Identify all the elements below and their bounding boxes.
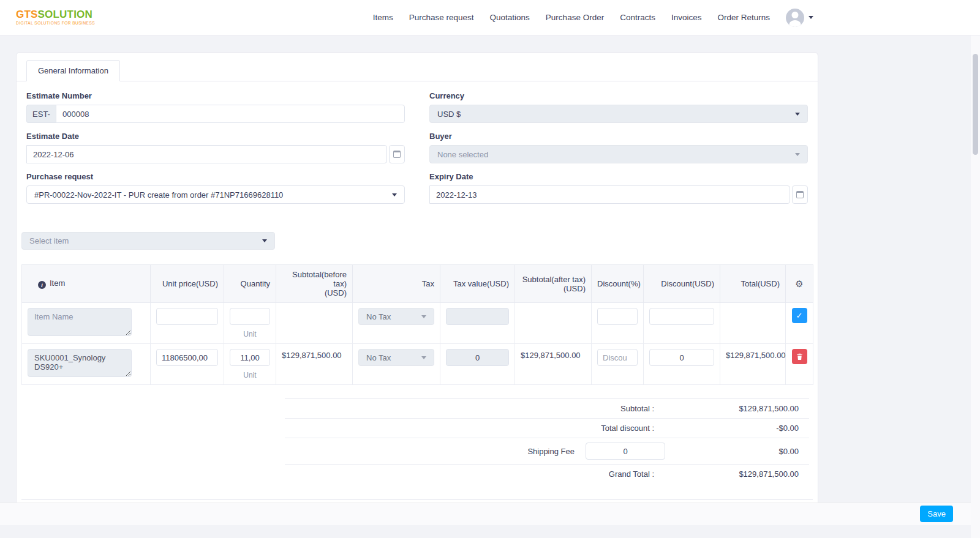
chevron-down-icon bbox=[421, 356, 426, 359]
col-settings: ⚙ bbox=[786, 265, 813, 303]
estimate-form-card: General Information Estimate Number EST-… bbox=[16, 52, 818, 508]
select-item-section: Select item bbox=[17, 215, 818, 250]
chevron-down-icon bbox=[795, 153, 800, 156]
items-table: iItem Unit price(USD) Quantity Subtotal(… bbox=[21, 264, 813, 385]
top-navbar: GTSSOLUTION DIGITAL SOLUTIONS FOR BUSINE… bbox=[0, 0, 980, 35]
logo-text-solution: SOLUTION bbox=[38, 9, 92, 20]
grand-total-row: Grand Total : $129,871,500.00 bbox=[285, 464, 809, 484]
shipping-fee-value: $0.00 bbox=[665, 447, 809, 456]
total-discount-row: Total discount : -$0.00 bbox=[285, 418, 809, 438]
estimate-date-input[interactable] bbox=[26, 145, 387, 163]
check-icon: ✓ bbox=[796, 311, 803, 320]
new-item-name-textarea[interactable] bbox=[28, 308, 132, 336]
items-table-section: iItem Unit price(USD) Quantity Subtotal(… bbox=[17, 250, 818, 525]
subtotal-row: Subtotal : $129,871,500.00 bbox=[285, 398, 809, 418]
scrollbar-thumb[interactable] bbox=[973, 54, 978, 155]
chevron-down-icon bbox=[392, 193, 397, 196]
nav-item-quotations[interactable]: Quotations bbox=[490, 13, 530, 22]
item-name-textarea[interactable] bbox=[28, 349, 132, 377]
form-column-left: Estimate Number EST- Estimate Date bbox=[26, 91, 405, 212]
select-item-dropdown[interactable]: Select item bbox=[21, 232, 275, 250]
user-menu[interactable] bbox=[786, 9, 813, 27]
tab-bar: General Information bbox=[17, 53, 818, 81]
unit-label: Unit bbox=[230, 371, 270, 379]
purchase-request-select[interactable]: #PR-00022-Nov-2022-IT - PUR create from … bbox=[26, 185, 405, 204]
col-subtotal-before-tax: Subtotal(before tax)(USD) bbox=[276, 265, 353, 303]
trash-icon bbox=[796, 353, 804, 361]
grand-total-label: Grand Total : bbox=[285, 469, 665, 479]
item-discount-usd-input[interactable] bbox=[649, 349, 714, 366]
new-item-row: Unit No Tax bbox=[22, 303, 813, 344]
user-avatar-icon bbox=[786, 9, 804, 27]
new-item-tax-value-input bbox=[446, 308, 509, 325]
col-discount-pct: Discount(%) bbox=[592, 265, 644, 303]
select-item-placeholder: Select item bbox=[29, 236, 262, 245]
subtotal-label: Subtotal : bbox=[285, 404, 665, 413]
chevron-down-icon bbox=[262, 239, 267, 242]
estimate-date-calendar-button[interactable] bbox=[389, 145, 405, 163]
col-unit-price: Unit price(USD) bbox=[151, 265, 224, 303]
buyer-label: Buyer bbox=[429, 132, 808, 141]
item-unit-price-input[interactable] bbox=[156, 349, 218, 366]
col-tax: Tax bbox=[353, 265, 440, 303]
new-item-quantity-input[interactable] bbox=[230, 308, 270, 325]
purchase-request-field: Purchase request #PR-00022-Nov-2022-IT -… bbox=[26, 172, 405, 204]
tab-general-information[interactable]: General Information bbox=[26, 60, 120, 81]
col-total: Total(USD) bbox=[720, 265, 786, 303]
item-quantity-input[interactable] bbox=[230, 349, 270, 366]
info-icon[interactable]: i bbox=[38, 281, 46, 289]
buyer-value: None selected bbox=[437, 150, 795, 159]
nav-item-order-returns[interactable]: Order Returns bbox=[717, 13, 770, 22]
chevron-down-icon bbox=[421, 315, 426, 318]
footer-bar: Save bbox=[0, 503, 980, 525]
nav-item-items[interactable]: Items bbox=[373, 13, 393, 22]
totals-summary: Subtotal : $129,871,500.00 Total discoun… bbox=[285, 398, 809, 484]
estimate-number-label: Estimate Number bbox=[26, 91, 405, 100]
logo-tagline: DIGITAL SOLUTIONS FOR BUSINESS bbox=[16, 21, 95, 26]
expiry-date-input[interactable] bbox=[429, 185, 790, 204]
expiry-date-field: Expiry Date bbox=[429, 172, 808, 204]
estimate-number-field: Estimate Number EST- bbox=[26, 91, 405, 123]
col-tax-value: Tax value(USD) bbox=[440, 265, 515, 303]
buyer-select[interactable]: None selected bbox=[429, 145, 808, 163]
col-quantity: Quantity bbox=[224, 265, 276, 303]
shipping-fee-input[interactable] bbox=[586, 443, 665, 460]
main-nav: Items Purchase request Quotations Purcha… bbox=[373, 9, 813, 27]
new-item-tax-select[interactable]: No Tax bbox=[358, 308, 434, 325]
new-item-discount-usd-input[interactable] bbox=[649, 308, 714, 325]
scrollbar-track[interactable] bbox=[971, 35, 980, 538]
item-tax-select[interactable]: No Tax bbox=[358, 349, 434, 366]
expiry-date-label: Expiry Date bbox=[429, 172, 808, 181]
page: GTSSOLUTION DIGITAL SOLUTIONS FOR BUSINE… bbox=[0, 0, 980, 538]
col-item: iItem bbox=[22, 265, 151, 303]
nav-item-invoices[interactable]: Invoices bbox=[671, 13, 702, 22]
nav-item-purchase-order[interactable]: Purchase Order bbox=[546, 13, 604, 22]
app-logo[interactable]: GTSSOLUTION DIGITAL SOLUTIONS FOR BUSINE… bbox=[16, 9, 95, 26]
gear-icon[interactable]: ⚙ bbox=[795, 278, 803, 289]
calendar-icon bbox=[393, 151, 401, 158]
save-button[interactable]: Save bbox=[920, 506, 953, 522]
expiry-date-calendar-button[interactable] bbox=[792, 185, 808, 204]
table-header-row: iItem Unit price(USD) Quantity Subtotal(… bbox=[22, 265, 813, 303]
new-item-discount-pct-input[interactable] bbox=[597, 308, 638, 325]
item-tax-value-input bbox=[446, 349, 509, 366]
subtotal-value: $129,871,500.00 bbox=[665, 404, 809, 413]
nav-item-purchase-request[interactable]: Purchase request bbox=[409, 13, 474, 22]
currency-select[interactable]: USD $ bbox=[429, 105, 808, 123]
item-discount-pct-input[interactable] bbox=[597, 349, 638, 366]
nav-item-contracts[interactable]: Contracts bbox=[620, 13, 655, 22]
form-column-right: Currency USD $ Buyer None selected Expir… bbox=[429, 91, 808, 212]
chevron-down-icon bbox=[795, 113, 800, 116]
item-name-cell bbox=[22, 344, 151, 385]
delete-item-button[interactable] bbox=[792, 349, 807, 364]
estimate-date-field: Estimate Date bbox=[26, 132, 405, 163]
new-item-unit-price-input[interactable] bbox=[156, 308, 218, 325]
item-subtotal-after-tax: $129,871,500.00 bbox=[515, 344, 592, 385]
estimate-number-input[interactable] bbox=[56, 105, 405, 123]
confirm-add-item-button[interactable]: ✓ bbox=[792, 308, 807, 323]
general-info-form: Estimate Number EST- Estimate Date bbox=[17, 81, 818, 215]
col-subtotal-after-tax: Subtotal(after tax)(USD) bbox=[515, 265, 592, 303]
item-row: Unit $129,871,500.00 No Tax $129,871,500… bbox=[22, 344, 813, 385]
shipping-fee-row: Shipping Fee $0.00 bbox=[285, 438, 809, 464]
purchase-request-value: #PR-00022-Nov-2022-IT - PUR create from … bbox=[34, 190, 392, 200]
